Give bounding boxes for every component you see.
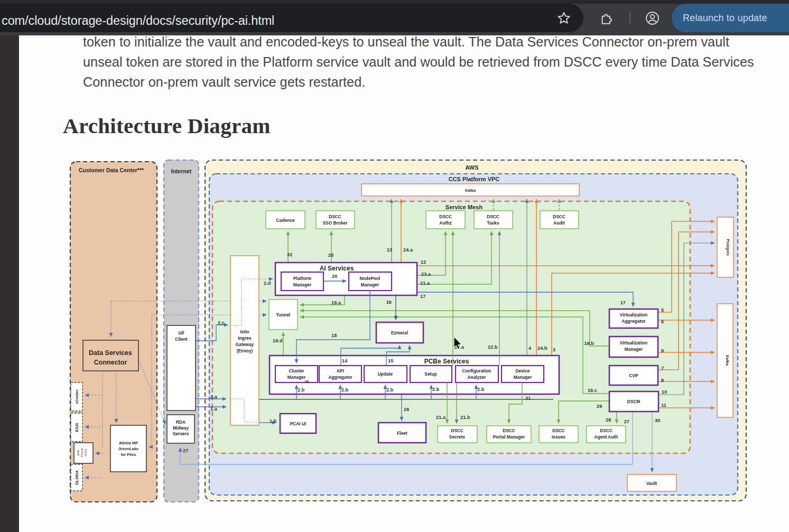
svg-text:26: 26 [304, 379, 309, 384]
svg-text:19.a: 19.a [331, 300, 341, 305]
svg-text:28: 28 [606, 417, 611, 423]
svg-text:2.b: 2.b [298, 387, 305, 393]
svg-text:vCenter: vCenter [75, 389, 79, 404]
svg-text:Agent Auth: Agent Auth [595, 434, 618, 440]
svg-text:Istio: Istio [240, 329, 249, 334]
svg-text:2.b: 2.b [432, 387, 440, 392]
svg-text:6: 6 [661, 319, 664, 324]
svg-text:UI/: UI/ [179, 330, 184, 335]
svg-text:Manager: Manager [287, 375, 306, 380]
svg-text:Vault: Vault [646, 481, 657, 486]
svg-text:2.b: 2.b [386, 387, 394, 393]
svg-text:4: 4 [528, 346, 532, 351]
svg-text:Service Mesh: Service Mesh [445, 204, 483, 210]
svg-text:Gateway: Gateway [236, 342, 254, 347]
svg-text:PCBe Services: PCBe Services [424, 358, 469, 365]
svg-text:Setup: Setup [424, 371, 437, 377]
svg-text:Aggregator: Aggregator [621, 319, 646, 324]
svg-text:Ingres: Ingres [238, 335, 251, 341]
svg-text:29: 29 [597, 404, 602, 409]
svg-text:19.b: 19.b [584, 341, 594, 346]
svg-text:13: 13 [387, 247, 392, 253]
svg-text:DSCM: DSCM [627, 399, 641, 404]
svg-text:9: 9 [661, 348, 664, 353]
svg-text:16: 16 [386, 300, 392, 305]
svg-text:30: 30 [655, 418, 660, 423]
svg-text:Client: Client [175, 337, 187, 342]
svg-text:for Files: for Files [121, 452, 136, 457]
svg-text:API: API [337, 368, 344, 374]
svg-text:17: 17 [420, 294, 425, 299]
svg-text:DSCC: DSCC [553, 214, 565, 219]
svg-text:DSCC: DSCC [552, 428, 565, 433]
svg-text:Secrets: Secrets [449, 434, 466, 440]
svg-text:32: 32 [287, 252, 292, 257]
svg-text:20: 20 [332, 274, 337, 279]
svg-text:15: 15 [388, 358, 393, 363]
svg-text:21.b: 21.b [460, 415, 470, 420]
svg-text:8: 8 [661, 378, 664, 383]
svg-text:SSO Broker: SSO Broker [322, 220, 348, 226]
svg-text:CVP: CVP [629, 373, 638, 378]
svg-text:Data Services: Data Services [89, 349, 132, 357]
svg-text:Connector: Connector [94, 359, 127, 366]
svg-text:Fleet: Fleet [397, 431, 407, 436]
svg-text:DSCC: DSCC [600, 428, 612, 433]
svg-text:PCAI UI: PCAI UI [290, 421, 307, 426]
svg-text:Kafka: Kafka [465, 188, 476, 193]
svg-text:Authz: Authz [439, 220, 451, 226]
svg-text:Customer Data Center***: Customer Data Center*** [79, 167, 144, 173]
svg-text:Servers: Servers [173, 431, 189, 436]
svg-text:22.b: 22.b [488, 344, 498, 350]
svg-text:3: 3 [553, 347, 555, 352]
svg-text:31: 31 [525, 396, 531, 401]
svg-text:19.c: 19.c [588, 388, 597, 393]
svg-text:Postgres: Postgres [726, 239, 730, 256]
svg-text:Manager: Manager [514, 375, 532, 380]
svg-text:Internet: Internet [171, 168, 192, 174]
svg-text:Analyzer: Analyzer [468, 375, 487, 380]
svg-text:Ezmeral: Ezmeral [391, 330, 408, 335]
svg-text:HPE: HPE [77, 450, 80, 456]
svg-text:DSCC: DSCC [439, 214, 452, 219]
svg-text:DL380A: DL380A [75, 470, 79, 485]
svg-text:23.a: 23.a [421, 272, 431, 277]
svg-text:Portal Manager: Portal Manager [493, 434, 525, 440]
svg-text:25: 25 [328, 253, 333, 258]
svg-text:12: 12 [421, 259, 426, 265]
svg-text:NodePool: NodePool [359, 276, 380, 281]
svg-text:21.a: 21.a [420, 281, 430, 286]
svg-text:DSCC: DSCC [329, 214, 341, 219]
svg-text:CCS Platform VPC: CCS Platform VPC [449, 176, 500, 182]
svg-text:14: 14 [342, 358, 348, 363]
svg-text:1.b: 1.b [270, 418, 277, 424]
svg-text:AI Services: AI Services [320, 265, 354, 272]
svg-text:Configuration: Configuration [462, 368, 491, 374]
svg-text:ProLia: ProLia [80, 448, 83, 457]
svg-text:2.d: 2.d [264, 281, 271, 286]
svg-text:Virtualization: Virtualization [620, 340, 647, 346]
svg-text:11: 11 [661, 403, 666, 408]
svg-text:21.a: 21.a [436, 415, 446, 420]
svg-text:Tasks: Tasks [487, 220, 499, 226]
svg-text:(Envoy): (Envoy) [237, 348, 253, 353]
svg-text:2.a: 2.a [210, 394, 218, 399]
svg-text:GreenLake: GreenLake [118, 446, 138, 451]
svg-text:DSCC: DSCC [503, 428, 515, 433]
svg-text:Device: Device [515, 368, 530, 374]
svg-text:Cluster: Cluster [289, 368, 305, 374]
svg-text:Update: Update [378, 371, 393, 377]
svg-text:10: 10 [662, 389, 667, 395]
svg-text:AWS: AWS [465, 164, 478, 171]
svg-text:Virtualization: Virtualization [620, 312, 647, 318]
svg-text:Manager: Manager [625, 347, 643, 352]
svg-text:Issues: Issues [552, 434, 565, 440]
svg-text:DSCC: DSCC [487, 214, 499, 219]
svg-text:Manager: Manager [293, 282, 312, 287]
svg-text:Midway: Midway [173, 425, 189, 431]
svg-text:2.b: 2.b [477, 387, 485, 392]
svg-text:2.c: 2.c [218, 320, 225, 325]
svg-text:Aggregator: Aggregator [328, 375, 352, 380]
svg-text:19.d: 19.d [273, 338, 283, 343]
svg-text:Alletra MP: Alletra MP [119, 441, 138, 445]
